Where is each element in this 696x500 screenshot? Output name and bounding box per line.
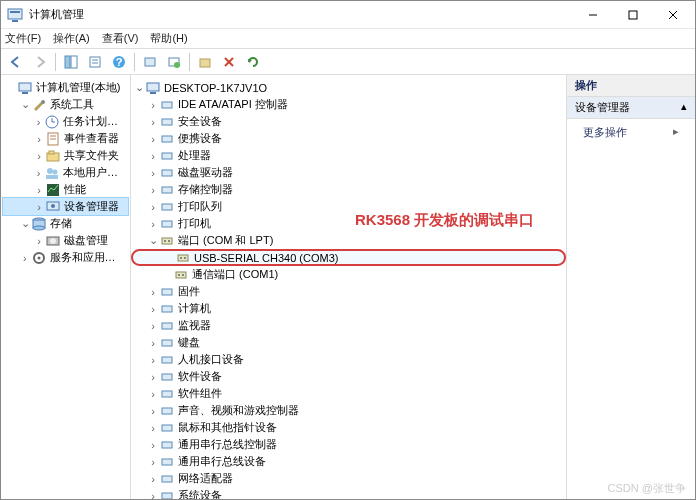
expander-icon[interactable]: ⌄ xyxy=(19,217,31,230)
device-category[interactable]: ›软件组件 xyxy=(131,385,566,402)
close-button[interactable] xyxy=(653,1,693,28)
device-category[interactable]: ›IDE ATA/ATAPI 控制器 xyxy=(131,96,566,113)
left-item[interactable]: ›事件查看器 xyxy=(3,130,128,147)
device-category[interactable]: ›通用串行总线控制器 xyxy=(131,436,566,453)
device-category[interactable]: ›声音、视频和游戏控制器 xyxy=(131,402,566,419)
device-category[interactable]: ›处理器 xyxy=(131,147,566,164)
expander-icon[interactable]: › xyxy=(147,405,159,417)
more-actions-link[interactable]: 更多操作 ▸ xyxy=(567,119,695,146)
expander-icon[interactable]: › xyxy=(147,184,159,196)
device-category[interactable]: ›网络适配器 xyxy=(131,470,566,487)
device-category[interactable]: ›通用串行总线设备 xyxy=(131,453,566,470)
device-category[interactable]: ›打印机 xyxy=(131,215,566,232)
device-icon xyxy=(159,369,175,385)
expander-icon[interactable]: ⌄ xyxy=(133,81,145,94)
expander-icon[interactable]: › xyxy=(33,133,45,145)
expander-icon[interactable]: › xyxy=(147,439,159,451)
device-category[interactable]: ›便携设备 xyxy=(131,130,566,147)
uninstall-button[interactable] xyxy=(194,51,216,73)
expander-icon[interactable]: › xyxy=(19,252,31,264)
show-tree-button[interactable] xyxy=(60,51,82,73)
device-category[interactable]: ›打印队列 xyxy=(131,198,566,215)
expander-icon[interactable]: › xyxy=(33,184,45,196)
device-item[interactable]: 通信端口 (COM1) xyxy=(131,266,566,283)
device-item[interactable]: USB-SERIAL CH340 (COM3) xyxy=(131,249,566,266)
update-button[interactable] xyxy=(242,51,264,73)
expander-icon[interactable]: › xyxy=(147,371,159,383)
disable-button[interactable] xyxy=(218,51,240,73)
device-category[interactable]: ›计算机 xyxy=(131,300,566,317)
device-category[interactable]: ›鼠标和其他指针设备 xyxy=(131,419,566,436)
svg-rect-66 xyxy=(162,340,172,346)
expander-icon[interactable]: › xyxy=(147,303,159,315)
left-item[interactable]: ›性能 xyxy=(3,181,128,198)
expander-icon[interactable]: › xyxy=(147,167,159,179)
expander-icon[interactable]: › xyxy=(33,235,45,247)
expander-icon[interactable]: › xyxy=(147,99,159,111)
device-category[interactable]: ›人机接口设备 xyxy=(131,351,566,368)
maximize-button[interactable] xyxy=(613,1,653,28)
expander-icon[interactable]: › xyxy=(147,456,159,468)
expander-icon[interactable]: › xyxy=(147,286,159,298)
expander-icon[interactable]: › xyxy=(147,218,159,230)
left-item[interactable]: ›任务计划程序 xyxy=(3,113,128,130)
expander-icon[interactable]: › xyxy=(147,116,159,128)
expander-icon[interactable]: › xyxy=(147,320,159,332)
menu-view[interactable]: 查看(V) xyxy=(102,31,139,46)
scan-button[interactable] xyxy=(139,51,161,73)
expander-icon[interactable]: › xyxy=(147,133,159,145)
device-category[interactable]: ›存储控制器 xyxy=(131,181,566,198)
svg-rect-54 xyxy=(162,238,172,244)
device-category[interactable]: ›安全设备 xyxy=(131,113,566,130)
device-category[interactable]: ›磁盘驱动器 xyxy=(131,164,566,181)
expander-icon[interactable]: › xyxy=(147,422,159,434)
expander-icon[interactable]: › xyxy=(147,473,159,485)
forward-button[interactable] xyxy=(29,51,51,73)
left-group[interactable]: ⌄系统工具 xyxy=(3,96,128,113)
actions-section[interactable]: 设备管理器 ▴ xyxy=(567,97,695,119)
left-item[interactable]: ›磁盘管理 xyxy=(3,232,128,249)
device-view-button[interactable] xyxy=(163,51,185,73)
properties-button[interactable] xyxy=(84,51,106,73)
collapse-icon[interactable]: ▴ xyxy=(681,100,687,115)
left-pane[interactable]: 计算机管理(本地)⌄系统工具›任务计划程序›事件查看器›共享文件夹›本地用户和组… xyxy=(1,75,131,499)
left-root[interactable]: 计算机管理(本地) xyxy=(3,79,128,96)
device-root[interactable]: ⌄DESKTOP-1K7JV1O xyxy=(131,79,566,96)
left-group[interactable]: ›服务和应用程序 xyxy=(3,249,128,266)
center-pane[interactable]: ⌄DESKTOP-1K7JV1O›IDE ATA/ATAPI 控制器›安全设备›… xyxy=(131,75,567,499)
device-category[interactable]: ›监视器 xyxy=(131,317,566,334)
expander-icon[interactable]: › xyxy=(147,490,159,500)
expander-icon[interactable]: › xyxy=(33,167,44,179)
left-item[interactable]: ›设备管理器 xyxy=(3,198,128,215)
expander-icon[interactable]: › xyxy=(33,150,45,162)
help-button[interactable]: ? xyxy=(108,51,130,73)
menu-action[interactable]: 操作(A) xyxy=(53,31,90,46)
menu-file[interactable]: 文件(F) xyxy=(5,31,41,46)
expander-icon[interactable]: › xyxy=(33,201,45,213)
svg-rect-70 xyxy=(162,408,172,414)
left-item[interactable]: ›本地用户和组 xyxy=(3,164,128,181)
device-category[interactable]: ›固件 xyxy=(131,283,566,300)
device-tree[interactable]: ⌄DESKTOP-1K7JV1O›IDE ATA/ATAPI 控制器›安全设备›… xyxy=(131,79,566,499)
expander-icon[interactable]: › xyxy=(33,116,44,128)
left-group[interactable]: ⌄存储 xyxy=(3,215,128,232)
svg-rect-53 xyxy=(162,221,172,227)
expander-icon[interactable]: › xyxy=(147,388,159,400)
minimize-button[interactable] xyxy=(573,1,613,28)
svg-rect-57 xyxy=(178,255,188,261)
device-category[interactable]: ›系统设备 xyxy=(131,487,566,499)
expander-icon[interactable]: ⌄ xyxy=(147,234,159,247)
left-tree[interactable]: 计算机管理(本地)⌄系统工具›任务计划程序›事件查看器›共享文件夹›本地用户和组… xyxy=(3,79,128,266)
device-category[interactable]: ›键盘 xyxy=(131,334,566,351)
expander-icon[interactable]: › xyxy=(147,354,159,366)
device-category[interactable]: ⌄端口 (COM 和 LPT) xyxy=(131,232,566,249)
left-item[interactable]: ›共享文件夹 xyxy=(3,147,128,164)
back-button[interactable] xyxy=(5,51,27,73)
expander-icon[interactable]: ⌄ xyxy=(19,98,31,111)
expander-icon[interactable]: › xyxy=(147,201,159,213)
menu-help[interactable]: 帮助(H) xyxy=(150,31,187,46)
expander-icon[interactable]: › xyxy=(147,150,159,162)
device-category[interactable]: ›软件设备 xyxy=(131,368,566,385)
expander-icon[interactable]: › xyxy=(147,337,159,349)
tree-item-label: 存储控制器 xyxy=(178,182,233,197)
